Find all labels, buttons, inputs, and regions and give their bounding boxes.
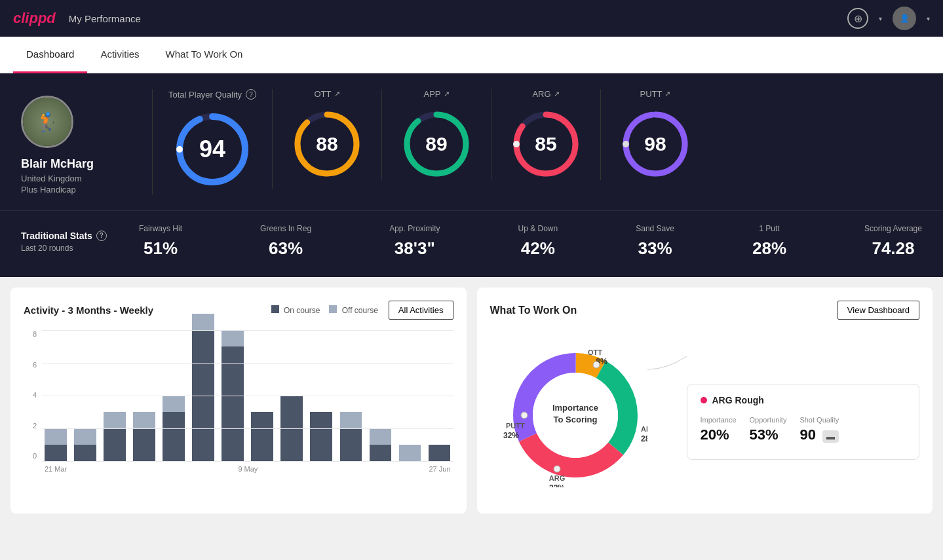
sub-scores: OTT ↗ 88 APP ↗ — [273, 89, 710, 180]
stat-app-prox-value: 38'3" — [395, 238, 435, 259]
player-country: United Kingdom — [21, 174, 82, 183]
svg-text:ARG: ARG — [548, 474, 564, 482]
donut-chart: Importance To Scoring OTT 8% APP 28% ARG… — [490, 330, 674, 500]
svg-text:32%: 32% — [503, 431, 519, 440]
app-value: 89 — [425, 133, 447, 155]
shot-quality-stat: Shot Quality 90 ▬ — [799, 416, 839, 443]
svg-point-9 — [513, 141, 520, 147]
y-label-0: 0 — [24, 452, 37, 460]
ott-value: 88 — [316, 133, 337, 155]
view-dashboard-button[interactable]: View Dashboard — [837, 301, 919, 320]
on-course-legend-dot — [271, 305, 279, 313]
header: clippd My Performance ⊕ ▾ 👤 ▾ — [0, 0, 943, 37]
svg-text:APP: APP — [641, 425, 647, 433]
dashboard-dark: 🏌️ Blair McHarg United Kingdom Plus Hand… — [0, 73, 943, 210]
bar-off-6 — [192, 314, 214, 330]
add-button[interactable]: ⊕ — [847, 8, 868, 29]
tab-activities[interactable]: Activities — [87, 37, 152, 73]
header-actions: ⊕ ▾ 👤 ▾ — [847, 7, 930, 30]
opportunity-label: Opportunity — [750, 416, 787, 424]
wtwo-content: Importance To Scoring OTT 8% APP 28% ARG… — [490, 330, 920, 500]
stat-up-down: Up & Down 42% — [518, 224, 558, 259]
bottom-panels: Activity - 3 Months - Weekly On course O… — [0, 277, 943, 524]
stat-up-down-label: Up & Down — [518, 224, 558, 233]
chart-container: 0 2 4 6 8 — [24, 330, 453, 473]
arg-value: 85 — [535, 133, 556, 155]
shot-quality-badge: ▬ — [822, 430, 839, 443]
stat-app-prox: App. Proximity 38'3" — [389, 224, 440, 259]
trad-stats-grid: Fairways Hit 51% Greens In Reg 63% App. … — [139, 224, 922, 259]
ott-label: OTT ↗ — [315, 89, 340, 99]
add-chevron: ▾ — [879, 15, 882, 22]
nav-tabs: Dashboard Activities What To Work On — [0, 37, 943, 73]
chart-header: Activity - 3 Months - Weekly On course O… — [24, 301, 453, 320]
putt-arrow-icon: ↗ — [664, 90, 670, 98]
stat-one-putt: 1 Putt 28% — [752, 224, 786, 259]
arg-arrow-icon: ↗ — [554, 90, 560, 98]
stat-sand-save-label: Sand Save — [636, 224, 674, 233]
total-quality-info-icon[interactable]: ? — [246, 89, 256, 100]
arg-ring: 85 — [510, 108, 582, 180]
chart-legend: On course Off course — [271, 305, 378, 315]
trad-stats-label: Traditional Stats ? Last 20 rounds — [21, 231, 139, 253]
info-card: ARG Rough Importance 20% Opportunity 53%… — [687, 384, 920, 460]
svg-point-29 — [623, 441, 630, 448]
app-label: APP ↗ — [423, 89, 449, 99]
user-avatar[interactable]: 👤 — [893, 7, 916, 30]
stat-one-putt-value: 28% — [752, 238, 786, 259]
x-label-may: 9 May — [238, 465, 258, 473]
stat-fairways-label: Fairways Hit — [139, 224, 182, 233]
stat-scoring-avg-label: Scoring Average — [864, 224, 922, 233]
all-activities-button[interactable]: All Activities — [389, 301, 453, 320]
tab-dashboard[interactable]: Dashboard — [13, 37, 87, 73]
total-quality-label: Total Player Quality ? — [168, 89, 256, 100]
stat-up-down-value: 42% — [521, 238, 555, 259]
shot-quality-label: Shot Quality — [799, 416, 839, 424]
traditional-stats: Traditional Stats ? Last 20 rounds Fairw… — [0, 210, 943, 277]
svg-text:28%: 28% — [641, 434, 647, 443]
sub-score-app: APP ↗ 89 — [382, 89, 491, 180]
svg-point-30 — [554, 466, 560, 472]
player-name: Blair McHarg — [21, 157, 94, 171]
total-quality-value: 94 — [199, 136, 225, 163]
trad-stats-title: Traditional Stats ? — [21, 231, 139, 241]
what-to-work-on-panel: What To Work On View Dashboard — [477, 288, 933, 513]
chart-inner: 21 Mar 9 May 27 Jun — [42, 330, 453, 473]
svg-point-2 — [176, 146, 183, 153]
info-card-stats: Importance 20% Opportunity 53% Shot Qual… — [701, 416, 906, 443]
total-quality: Total Player Quality ? 94 — [168, 89, 273, 189]
sub-score-ott: OTT ↗ 88 — [273, 89, 382, 180]
stat-fairways-value: 51% — [144, 238, 178, 259]
app-ring: 89 — [400, 108, 472, 180]
trad-stats-info-icon[interactable]: ? — [96, 231, 107, 241]
info-card-title: ARG Rough — [701, 395, 906, 405]
player-info: 🏌️ Blair McHarg United Kingdom Plus Hand… — [21, 89, 152, 195]
stat-scoring-avg-value: 74.28 — [872, 238, 914, 259]
y-label-4: 4 — [24, 391, 37, 399]
svg-point-28 — [593, 362, 600, 368]
shot-quality-value: 90 ▬ — [799, 426, 839, 443]
header-title: My Performance — [69, 13, 847, 24]
stat-sand-save: Sand Save 33% — [636, 224, 674, 259]
x-label-mar: 21 Mar — [45, 465, 67, 473]
app-arrow-icon: ↗ — [444, 90, 450, 98]
scores-section: Total Player Quality ? 94 OTT ↗ — [152, 89, 922, 195]
putt-value: 98 — [644, 133, 666, 155]
total-quality-ring: 94 — [173, 110, 252, 189]
y-label-2: 2 — [24, 422, 37, 430]
wtwo-title: What To Work On — [490, 305, 577, 316]
svg-text:Importance: Importance — [552, 403, 598, 413]
importance-stat: Importance 20% — [701, 416, 737, 443]
wtwo-header: What To Work On View Dashboard — [490, 301, 920, 320]
stat-gir-label: Greens In Reg — [260, 224, 311, 233]
avatar-image: 🏌️ — [23, 98, 71, 146]
svg-point-31 — [521, 412, 528, 419]
off-course-legend-label: Off course — [342, 306, 378, 315]
stat-fairways-hit: Fairways Hit 51% — [139, 224, 182, 259]
importance-value: 20% — [701, 426, 737, 443]
stat-gir-value: 63% — [269, 238, 303, 259]
sub-score-putt: PUTT ↗ 98 — [601, 89, 710, 180]
tab-what-to-work-on[interactable]: What To Work On — [153, 37, 256, 73]
svg-point-12 — [623, 141, 629, 147]
arg-label: ARG ↗ — [532, 89, 559, 99]
